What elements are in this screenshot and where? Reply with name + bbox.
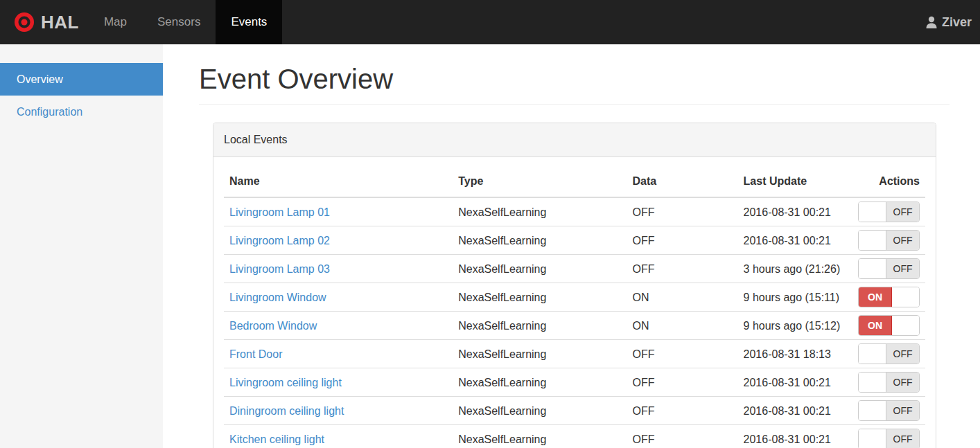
event-toggle-switch[interactable]: ON	[858, 315, 920, 336]
event-toggle-switch[interactable]: OFF	[858, 372, 920, 393]
event-type: NexaSelfLearning	[453, 312, 627, 340]
event-last-update: 2016-08-31 00:21	[738, 425, 852, 448]
table-row: Livingroom Lamp 03 NexaSelfLearning OFF …	[224, 255, 925, 283]
col-header-data: Data	[627, 168, 737, 197]
nav-item-events[interactable]: Events	[216, 0, 282, 44]
username-label: Ziver	[942, 15, 972, 30]
event-name-cell: Front Door	[224, 340, 453, 368]
event-type: NexaSelfLearning	[453, 425, 627, 448]
event-last-update: 2016-08-31 00:21	[738, 368, 852, 397]
event-type: NexaSelfLearning	[453, 368, 627, 397]
event-last-update: 9 hours ago (15:11)	[738, 283, 852, 312]
event-last-update: 2016-08-31 00:21	[738, 397, 852, 425]
event-actions-cell: OFF	[852, 425, 925, 448]
page-title: Event Overview	[199, 62, 950, 96]
event-actions-cell: OFF	[852, 340, 925, 368]
hal-logo-target-icon	[14, 12, 35, 33]
local-events-panel: Local Events Name Type Data Last Update …	[213, 123, 936, 448]
event-toggle-switch[interactable]: ON	[858, 287, 920, 307]
event-toggle-switch[interactable]: OFF	[858, 400, 920, 421]
event-toggle-switch[interactable]: OFF	[858, 258, 920, 279]
table-row: Livingroom Lamp 02 NexaSelfLearning OFF …	[224, 226, 925, 255]
sidebar: Overview Configuration	[0, 44, 163, 448]
event-name-cell: Livingroom ceiling light	[224, 368, 453, 397]
top-navbar: HAL Map Sensors Events Ziver	[0, 0, 980, 44]
user-menu[interactable]: Ziver	[925, 0, 980, 44]
table-row: Bedroom Window NexaSelfLearning ON 9 hou…	[224, 312, 925, 340]
event-name-link[interactable]: Kitchen ceiling light	[229, 433, 324, 445]
event-name-link[interactable]: Bedroom Window	[229, 320, 317, 332]
event-name-cell: Diningroom ceiling light	[224, 397, 453, 425]
event-name-cell: Bedroom Window	[224, 312, 453, 340]
event-name-link[interactable]: Livingroom Lamp 03	[229, 263, 330, 275]
event-name-link[interactable]: Livingroom ceiling light	[229, 377, 342, 388]
event-name-link[interactable]: Livingroom Lamp 02	[229, 235, 330, 247]
event-type: NexaSelfLearning	[453, 197, 627, 226]
event-type: NexaSelfLearning	[453, 397, 627, 425]
table-row: Diningroom ceiling light NexaSelfLearnin…	[224, 397, 925, 425]
event-data: ON	[627, 283, 737, 312]
event-type: NexaSelfLearning	[453, 255, 627, 283]
table-row: Livingroom Lamp 01 NexaSelfLearning OFF …	[224, 197, 925, 226]
event-name-cell: Livingroom Window	[224, 283, 453, 312]
col-header-last-update: Last Update	[738, 168, 852, 197]
col-header-actions: Actions	[852, 168, 925, 197]
event-last-update: 9 hours ago (15:12)	[738, 312, 852, 340]
table-row: Livingroom ceiling light NexaSelfLearnin…	[224, 368, 925, 397]
switch-state-label: ON	[859, 287, 892, 307]
event-actions-cell: OFF	[852, 368, 925, 397]
switch-knob	[859, 231, 886, 250]
switch-knob	[892, 316, 919, 335]
brand-label: HAL	[41, 12, 79, 33]
switch-state-label: OFF	[886, 202, 919, 222]
event-actions-cell: OFF	[852, 255, 925, 283]
event-data: OFF	[627, 226, 737, 255]
event-toggle-switch[interactable]: OFF	[858, 429, 920, 448]
event-name-link[interactable]: Livingroom Lamp 01	[229, 206, 330, 218]
table-row: Kitchen ceiling light NexaSelfLearning O…	[224, 425, 925, 448]
sidebar-item-overview[interactable]: Overview	[0, 63, 163, 96]
event-actions-cell: ON	[852, 312, 925, 340]
event-last-update: 2016-08-31 00:21	[738, 226, 852, 255]
nav-item-sensors[interactable]: Sensors	[142, 0, 216, 44]
sidebar-item-configuration[interactable]: Configuration	[0, 96, 163, 128]
events-table: Name Type Data Last Update Actions Livin…	[224, 168, 925, 448]
event-data: ON	[627, 312, 737, 340]
event-toggle-switch[interactable]: OFF	[858, 343, 920, 364]
event-actions-cell: OFF	[852, 197, 925, 226]
switch-state-label: OFF	[886, 401, 919, 420]
event-data: OFF	[627, 368, 737, 397]
switch-state-label: OFF	[886, 231, 919, 250]
table-header-row: Name Type Data Last Update Actions	[224, 168, 925, 197]
event-actions-cell: OFF	[852, 226, 925, 255]
event-last-update: 2016-08-31 18:13	[738, 340, 852, 368]
main-nav: Map Sensors Events	[89, 0, 282, 44]
event-toggle-switch[interactable]: OFF	[858, 201, 920, 222]
event-name-link[interactable]: Livingroom Window	[229, 292, 326, 303]
event-data: OFF	[627, 255, 737, 283]
event-name-link[interactable]: Front Door	[229, 348, 282, 360]
main-content: Event Overview Local Events Name Type Da…	[163, 44, 980, 448]
person-icon	[925, 15, 938, 29]
switch-knob	[859, 401, 886, 420]
event-data: OFF	[627, 340, 737, 368]
table-row: Front Door NexaSelfLearning OFF 2016-08-…	[224, 340, 925, 368]
event-actions-cell: OFF	[852, 397, 925, 425]
event-toggle-switch[interactable]: OFF	[858, 230, 920, 251]
panel-heading: Local Events	[213, 123, 936, 157]
switch-knob	[859, 344, 886, 364]
event-name-cell: Livingroom Lamp 02	[224, 226, 453, 255]
brand-link[interactable]: HAL	[0, 0, 89, 44]
switch-knob	[859, 202, 886, 222]
switch-knob	[859, 373, 886, 392]
col-header-name: Name	[224, 168, 453, 197]
event-name-cell: Livingroom Lamp 03	[224, 255, 453, 283]
event-name-link[interactable]: Diningroom ceiling light	[229, 405, 344, 417]
table-row: Livingroom Window NexaSelfLearning ON 9 …	[224, 283, 925, 312]
event-actions-cell: ON	[852, 283, 925, 312]
switch-state-label: OFF	[886, 429, 919, 448]
nav-item-map[interactable]: Map	[89, 0, 142, 44]
switch-knob	[859, 259, 886, 278]
app-window: HAL Map Sensors Events Ziver Overview Co…	[0, 0, 980, 448]
switch-state-label: ON	[859, 316, 892, 335]
